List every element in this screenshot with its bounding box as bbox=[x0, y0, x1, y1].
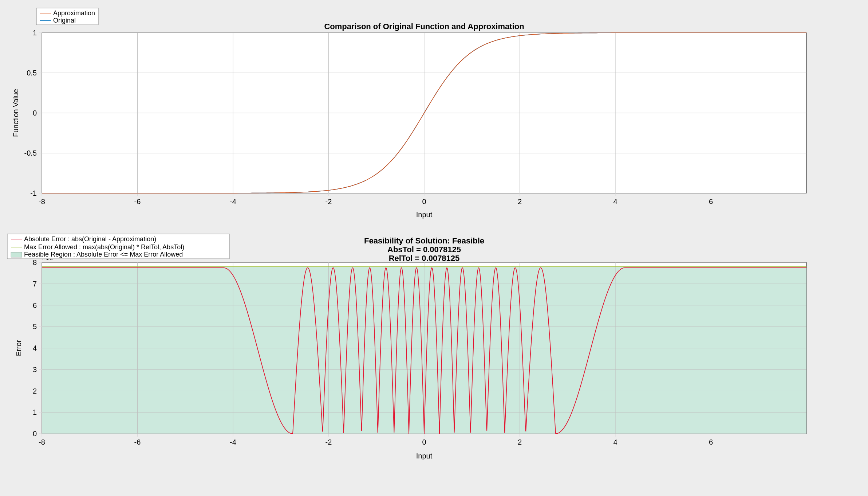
top-axes[interactable]: -8-6-4-20246 -1-0.500.51 Comparison of O… bbox=[12, 22, 806, 219]
svg-text:6: 6 bbox=[33, 301, 37, 309]
bottom-axes[interactable]: -8-6-4-20246 012345678 ×10-3 Feasibility… bbox=[15, 236, 806, 460]
bottom-axes-panel: -8-6-4-20246 012345678 ×10-3 Feasibility… bbox=[0, 233, 868, 496]
svg-text:2: 2 bbox=[518, 438, 522, 446]
svg-text:0.5: 0.5 bbox=[27, 69, 37, 77]
svg-text:4: 4 bbox=[33, 344, 37, 352]
legend-text-original: Original bbox=[53, 17, 76, 24]
svg-text:-2: -2 bbox=[326, 198, 332, 206]
bottom-xticklabels: -8-6-4-20246 bbox=[39, 438, 713, 446]
top-xlabel: Input bbox=[416, 211, 433, 219]
bottom-title-line2: AbsTol = 0.0078125 bbox=[387, 245, 461, 254]
bottom-title-line3: RelTol = 0.0078125 bbox=[389, 254, 460, 263]
svg-text:8: 8 bbox=[33, 258, 37, 266]
svg-text:-6: -6 bbox=[134, 198, 141, 206]
svg-text:-8: -8 bbox=[39, 198, 45, 206]
svg-text:-1: -1 bbox=[30, 189, 37, 197]
svg-text:3: 3 bbox=[33, 366, 37, 374]
svg-text:-6: -6 bbox=[134, 438, 141, 446]
bottom-ylabel: Error bbox=[15, 340, 23, 356]
svg-text:1: 1 bbox=[33, 408, 37, 416]
bottom-legend[interactable]: Absolute Error : abs(Original - Approxim… bbox=[7, 234, 229, 259]
svg-text:0: 0 bbox=[422, 198, 426, 206]
svg-text:7: 7 bbox=[33, 280, 37, 288]
svg-text:2: 2 bbox=[518, 198, 522, 206]
legend-text-approximation: Approximation bbox=[53, 9, 95, 17]
bottom-title-line1: Feasibility of Solution: Feasible bbox=[364, 236, 484, 245]
svg-text:2: 2 bbox=[33, 387, 37, 395]
svg-text:5: 5 bbox=[33, 323, 37, 331]
svg-text:-4: -4 bbox=[230, 438, 236, 446]
svg-text:-4: -4 bbox=[230, 198, 236, 206]
legend-text-feasible: Feasible Region : Absolute Error <= Max … bbox=[24, 251, 183, 258]
figure-container: -8-6-4-20246 -1-0.500.51 Comparison of O… bbox=[0, 0, 868, 496]
svg-text:4: 4 bbox=[613, 438, 617, 446]
bottom-xlabel: Input bbox=[416, 452, 433, 460]
top-axes-panel: -8-6-4-20246 -1-0.500.51 Comparison of O… bbox=[0, 0, 868, 233]
legend-text-abserror: Absolute Error : abs(Original - Approxim… bbox=[24, 235, 156, 243]
legend-swatch-feasible bbox=[11, 252, 22, 257]
svg-text:-8: -8 bbox=[39, 438, 45, 446]
legend-text-maxerror: Max Error Allowed : max(abs(Original) * … bbox=[24, 243, 184, 251]
top-xticklabels: -8-6-4-20246 bbox=[39, 198, 713, 206]
top-title: Comparison of Original Function and Appr… bbox=[324, 22, 524, 31]
svg-text:6: 6 bbox=[709, 198, 713, 206]
top-yticklabels: -1-0.500.51 bbox=[24, 29, 37, 197]
svg-text:1: 1 bbox=[33, 29, 37, 37]
svg-text:0: 0 bbox=[422, 438, 426, 446]
top-legend[interactable]: Approximation Original bbox=[36, 8, 98, 25]
svg-text:6: 6 bbox=[709, 438, 713, 446]
top-ylabel: Function Value bbox=[12, 89, 20, 137]
bottom-yticklabels: 012345678 bbox=[33, 258, 37, 438]
svg-text:-2: -2 bbox=[326, 438, 332, 446]
svg-text:0: 0 bbox=[33, 430, 37, 438]
svg-text:-0.5: -0.5 bbox=[24, 149, 37, 157]
svg-text:4: 4 bbox=[613, 198, 617, 206]
svg-text:0: 0 bbox=[33, 109, 37, 117]
